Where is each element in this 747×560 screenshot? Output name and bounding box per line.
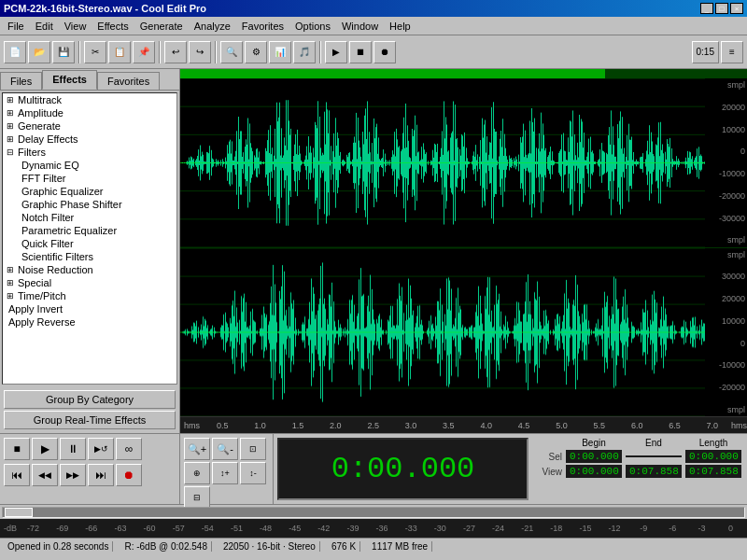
sel-label: Sel [536, 452, 562, 462]
go-end-button[interactable]: ⏭ [88, 464, 114, 486]
sel-begin[interactable]: 0:00.000 [566, 450, 622, 463]
toolbar-cut[interactable]: ✂ [84, 41, 106, 63]
waveform-progress-bar[interactable] [180, 69, 747, 78]
header-length: Length [685, 438, 741, 448]
close-button[interactable]: × [730, 3, 743, 14]
fast-forward-button[interactable]: ▶▶ [60, 464, 86, 486]
go-start-button[interactable]: ⏮ [4, 464, 30, 486]
time-header-row: Begin End Length [536, 438, 743, 448]
tree-item-apply-invert[interactable]: Apply Invert [3, 302, 176, 315]
zoom-copy-button[interactable]: ⊡ [240, 438, 266, 460]
toolbar-undo[interactable]: ↩ [164, 41, 187, 63]
tab-favorites[interactable]: Favorites [97, 72, 160, 90]
play-button[interactable]: ▶ [32, 438, 58, 460]
waveform-channel-2[interactable]: smpl 30000 20000 10000 0 -10000 -20000 s… [180, 248, 747, 417]
tree-item-scientific-filters[interactable]: Scientific Filters [3, 250, 176, 263]
menu-view[interactable]: View [59, 19, 92, 34]
toolbar-copy[interactable]: 📋 [108, 41, 131, 63]
toolbar-redo[interactable]: ↪ [189, 41, 211, 63]
group-realtime-button[interactable]: Group Real-Time Effects [4, 411, 176, 429]
tree-item-notch-filter[interactable]: Notch Filter [3, 211, 176, 224]
sel-length[interactable]: 0:00.000 [685, 450, 741, 463]
status-sample-rate: 22050 · 16-bit · Stereo [219, 541, 320, 552]
tab-effects[interactable]: Effects [42, 70, 97, 90]
toolbar-btn-8[interactable]: 🎵 [293, 41, 316, 63]
zoom-v-out-button[interactable]: ↕- [240, 462, 266, 484]
zoom-in-button[interactable]: 🔍+ [184, 438, 210, 460]
header-end: End [626, 438, 682, 448]
loop-button[interactable]: ∞ [116, 438, 142, 460]
waveform-channel-1[interactable]: smpl 20000 10000 0 -10000 -20000 -30000 … [180, 78, 747, 248]
toolbar-new[interactable]: 📄 [4, 41, 26, 63]
zoom-row-2: ⊕ ↕+ ↕- [184, 462, 269, 484]
transport-row-2: ⏮ ◀◀ ▶▶ ⏭ ⏺ [4, 464, 176, 486]
toolbar-settings[interactable]: ≡ [721, 41, 743, 63]
menu-edit[interactable]: Edit [30, 19, 59, 34]
menu-help[interactable]: Help [384, 19, 416, 34]
zoom-sel-in-button[interactable]: ⊕ [184, 462, 210, 484]
tree-item-delay-effects[interactable]: ⊞ Delay Effects [3, 133, 176, 146]
stop-button[interactable]: ■ [4, 438, 30, 460]
minimize-button[interactable]: _ [700, 3, 713, 14]
toolbar-sep-3 [215, 41, 217, 63]
zoom-full-button[interactable]: ⊟ [184, 486, 210, 509]
status-file-size: 676 K [328, 541, 360, 552]
title-bar-buttons: _ □ × [700, 3, 743, 14]
view-length[interactable]: 0:07.858 [685, 465, 741, 478]
expand-icon-delay: ⊞ [7, 134, 16, 144]
transport-panel: ■ ▶ ⏸ ▶↺ ∞ ⏮ ◀◀ ▶▶ ⏭ ⏺ 🔍+ 🔍- ⊡ ⊕ ↕+ ↕- ⊟… [0, 433, 747, 504]
tree-item-amplitude[interactable]: ⊞ Amplitude [3, 106, 176, 119]
toolbar-open[interactable]: 📂 [28, 41, 50, 63]
tree-item-noise-reduction[interactable]: ⊞ Noise Reduction [3, 263, 176, 276]
tree-item-quick-filter[interactable]: Quick Filter [3, 237, 176, 250]
toolbar-btn-11[interactable]: ⏺ [374, 41, 396, 63]
effects-tree[interactable]: ⊞ Multitrack ⊞ Amplitude ⊞ Generate ⊞ De… [2, 92, 177, 385]
record-button[interactable]: ⏺ [116, 464, 142, 486]
view-end[interactable]: 0:07.858 [626, 465, 682, 478]
tree-item-graphic-phase-shifter[interactable]: Graphic Phase Shifter [3, 198, 176, 211]
toolbar-save[interactable]: 💾 [52, 41, 75, 63]
tree-item-multitrack[interactable]: ⊞ Multitrack [3, 93, 176, 106]
zoom-row-3: ⊟ [184, 486, 269, 509]
tree-item-time-pitch[interactable]: ⊞ Time/Pitch [3, 289, 176, 302]
toolbar-paste[interactable]: 📌 [133, 41, 155, 63]
view-begin[interactable]: 0:00.000 [566, 465, 622, 478]
horizontal-scrollbar[interactable] [2, 507, 745, 518]
waveform-progress-fill [180, 69, 605, 78]
expand-icon-multitrack: ⊞ [7, 95, 16, 105]
tree-item-generate[interactable]: ⊞ Generate [3, 119, 176, 133]
sel-end[interactable] [626, 455, 682, 457]
pause-button[interactable]: ⏸ [60, 438, 86, 460]
transport-controls: ■ ▶ ⏸ ▶↺ ∞ ⏮ ◀◀ ▶▶ ⏭ ⏺ [0, 434, 180, 504]
group-by-category-button[interactable]: Group By Category [4, 390, 176, 409]
expand-icon-time-pitch: ⊞ [7, 291, 16, 301]
scrollbar-thumb[interactable] [5, 508, 33, 517]
maximize-button[interactable]: □ [715, 3, 728, 14]
tab-files[interactable]: Files [0, 72, 42, 90]
zoom-out-button[interactable]: 🔍- [212, 438, 238, 460]
tree-item-graphic-equalizer[interactable]: Graphic Equalizer [3, 185, 176, 198]
toolbar-btn-7[interactable]: 📊 [269, 41, 291, 63]
zoom-v-in-button[interactable]: ↕+ [212, 462, 238, 484]
menu-window[interactable]: Window [336, 19, 384, 34]
tree-item-apply-reverse[interactable]: Apply Reverse [3, 315, 176, 329]
toolbar-btn-9[interactable]: ▶ [325, 41, 347, 63]
tree-item-parametric-equalizer[interactable]: Parametric Equalizer [3, 224, 176, 237]
toolbar-btn-6[interactable]: ⚙ [245, 41, 267, 63]
rewind-button[interactable]: ◀◀ [32, 464, 58, 486]
menu-favorites[interactable]: Favorites [236, 19, 289, 34]
toolbar-btn-5[interactable]: 🔍 [220, 41, 243, 63]
view-row: View 0:00.000 0:07.858 0:07.858 [536, 465, 743, 478]
waveform-area: smpl 20000 10000 0 -10000 -20000 -30000 … [180, 69, 747, 433]
tree-item-filters[interactable]: ⊟ Filters [3, 146, 176, 159]
menu-analyze[interactable]: Analyze [189, 19, 236, 34]
tree-item-fft-filter[interactable]: FFT Filter [3, 172, 176, 185]
menu-effects[interactable]: Effects [92, 19, 134, 34]
tree-item-special[interactable]: ⊞ Special [3, 276, 176, 289]
tree-item-dynamic-eq[interactable]: Dynamic EQ [3, 159, 176, 172]
menu-generate[interactable]: Generate [134, 19, 189, 34]
menu-file[interactable]: File [2, 19, 30, 34]
menu-options[interactable]: Options [289, 19, 336, 34]
play-loop-button[interactable]: ▶↺ [88, 438, 114, 460]
toolbar-btn-10[interactable]: ⏹ [349, 41, 372, 63]
